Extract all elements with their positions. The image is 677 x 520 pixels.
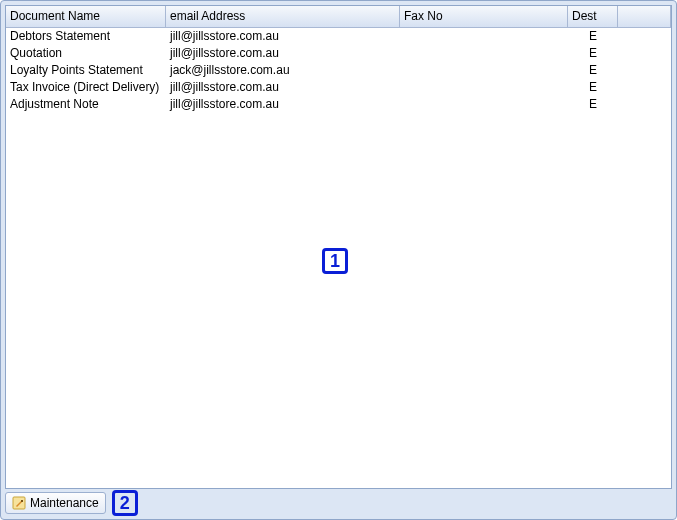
- column-spacer: [618, 6, 671, 27]
- column-email-address[interactable]: email Address: [166, 6, 400, 27]
- maintenance-button-label: Maintenance: [30, 496, 99, 510]
- cell-email: jill@jillsstore.com.au: [166, 96, 400, 113]
- column-dest[interactable]: Dest: [568, 6, 618, 27]
- cell-dest: E: [568, 79, 618, 96]
- annotation-marker-2: 2: [112, 490, 138, 516]
- cell-document: Loyalty Points Statement: [6, 62, 166, 79]
- column-document-name[interactable]: Document Name: [6, 6, 166, 27]
- cell-dest: E: [568, 96, 618, 113]
- cell-document: Debtors Statement: [6, 28, 166, 45]
- cell-email: jill@jillsstore.com.au: [166, 45, 400, 62]
- cell-fax: [400, 62, 568, 79]
- annotation-marker-1: 1: [322, 248, 348, 274]
- cell-dest: E: [568, 62, 618, 79]
- document-delivery-window: Document Name email Address Fax No Dest …: [0, 0, 677, 520]
- cell-document: Quotation: [6, 45, 166, 62]
- table-header: Document Name email Address Fax No Dest: [6, 6, 671, 28]
- cell-fax: [400, 45, 568, 62]
- table-body[interactable]: Debtors Statementjill@jillsstore.com.auE…: [6, 28, 671, 488]
- table-row[interactable]: Quotationjill@jillsstore.com.auE: [6, 45, 671, 62]
- cell-fax: [400, 96, 568, 113]
- toolbar: Maintenance 2: [5, 489, 672, 515]
- maintenance-icon: [12, 496, 26, 510]
- cell-fax: [400, 79, 568, 96]
- cell-email: jill@jillsstore.com.au: [166, 79, 400, 96]
- cell-fax: [400, 28, 568, 45]
- cell-dest: E: [568, 45, 618, 62]
- cell-document: Adjustment Note: [6, 96, 166, 113]
- table-row[interactable]: Tax Invoice (Direct Delivery)jill@jillss…: [6, 79, 671, 96]
- table-row[interactable]: Loyalty Points Statementjack@jillsstore.…: [6, 62, 671, 79]
- cell-dest: E: [568, 28, 618, 45]
- table-row[interactable]: Debtors Statementjill@jillsstore.com.auE: [6, 28, 671, 45]
- cell-email: jack@jillsstore.com.au: [166, 62, 400, 79]
- cell-document: Tax Invoice (Direct Delivery): [6, 79, 166, 96]
- svg-rect-1: [21, 500, 23, 502]
- document-table: Document Name email Address Fax No Dest …: [5, 5, 672, 489]
- column-fax-no[interactable]: Fax No: [400, 6, 568, 27]
- cell-email: jill@jillsstore.com.au: [166, 28, 400, 45]
- table-row[interactable]: Adjustment Notejill@jillsstore.com.auE: [6, 96, 671, 113]
- maintenance-button[interactable]: Maintenance: [5, 492, 106, 514]
